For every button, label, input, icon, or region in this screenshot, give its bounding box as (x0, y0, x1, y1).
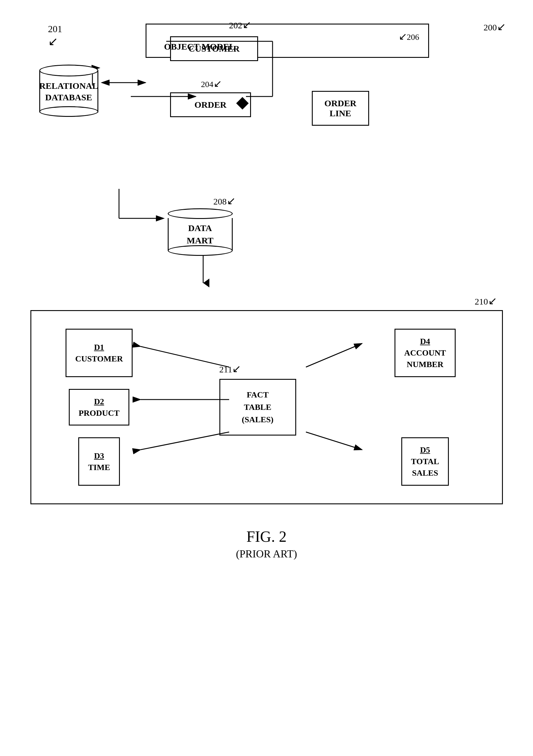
fact-line1: FACT (246, 390, 268, 399)
d5-box: D5 TOTAL SALES (401, 437, 449, 486)
figure-subcaption: (PRIOR ART) (30, 548, 503, 560)
dm-down-arrow-svg (203, 254, 321, 289)
d4-label: D4 (420, 336, 430, 347)
ref-210-label: 210↙ (30, 295, 503, 307)
fact-line3: (SALES) (242, 415, 273, 424)
db-line2: DATABASE (45, 93, 92, 102)
fact-table-box: FACT TABLE (SALES) (219, 379, 296, 436)
d2-text: PRODUCT (78, 407, 119, 419)
d1-text: CUSTOMER (75, 353, 123, 364)
middle-section: 208↙ DATA MART (73, 189, 533, 289)
object-model-box: 202↙ CUSTOMER 204↙ ORDER ORDER LINE (146, 24, 429, 58)
d4-container: D4 ACCOUNT NUMBER (372, 329, 478, 377)
cylinder-shape: RELATIONAL DATABASE (39, 59, 98, 118)
fact-line2: TABLE (244, 402, 271, 412)
order-line-line1: ORDER (324, 98, 356, 108)
figure-number: FIG. 2 (30, 528, 503, 545)
d4-line2: NUMBER (407, 359, 443, 370)
cylinder-text: RELATIONAL DATABASE (39, 80, 98, 103)
cylinder-body: RELATIONAL DATABASE (39, 71, 98, 112)
ref-201-label: 201 ↙ (48, 24, 62, 48)
d3-text: TIME (88, 462, 110, 473)
top-section: 201 ↙ RELATIONAL DATABASE 202↙ (30, 18, 503, 165)
fact-table-wrapper: 211↙ FACT TABLE (SALES) (219, 379, 296, 436)
data-mart-node: 208↙ DATA MART (168, 195, 233, 251)
d5-line1: TOTAL (411, 456, 439, 467)
ref-211-label: 211↙ (219, 363, 241, 375)
dm-cylinder: DATA MART (168, 208, 233, 251)
d5-container: D5 TOTAL SALES (372, 437, 478, 486)
dm-text: DATA MART (187, 222, 213, 247)
star-schema-box: D1 CUSTOMER D2 PRODUCT D3 TIME (30, 310, 503, 504)
diagram-container: 201 ↙ RELATIONAL DATABASE 202↙ (30, 18, 503, 560)
ref-204-label: 204↙ (201, 78, 222, 90)
d5-label: D5 (420, 444, 430, 456)
dm-body: DATA MART (168, 218, 233, 251)
d3-container: D3 TIME (55, 437, 144, 486)
d2-container: D2 PRODUCT (55, 389, 144, 425)
figure-caption: FIG. 2 (PRIOR ART) (30, 528, 503, 560)
d3-box: D3 TIME (78, 437, 120, 486)
d4-line1: ACCOUNT (404, 347, 446, 359)
dm-bottom (168, 245, 233, 256)
d3-label: D3 (94, 450, 104, 462)
ref-201-number: 201 (48, 24, 62, 34)
cylinder-top (39, 65, 98, 76)
relational-db-node: RELATIONAL DATABASE (39, 59, 98, 118)
object-model-label: OBJECT MODEL (164, 41, 235, 52)
order-line-box: ORDER LINE (312, 91, 369, 126)
ref-208-label: 208↙ (168, 195, 236, 207)
d2-box: D2 PRODUCT (69, 389, 129, 425)
d4-box: D4 ACCOUNT NUMBER (395, 329, 456, 377)
cylinder-bottom-ellipse (39, 106, 98, 117)
ref-200-label: 200↙ (484, 21, 506, 33)
d1-label: D1 (94, 341, 104, 353)
d5-line2: SALES (412, 467, 438, 479)
fact-container: 211↙ FACT TABLE (SALES) (144, 329, 372, 486)
order-label: ORDER (195, 100, 227, 109)
order-line-line2: LINE (329, 108, 351, 118)
d1-container: D1 CUSTOMER (55, 329, 144, 377)
star-layout: D1 CUSTOMER D2 PRODUCT D3 TIME (55, 329, 478, 486)
d2-label: D2 (94, 396, 104, 407)
ref-206-label: ↙206 (399, 30, 419, 42)
dm-top (168, 208, 233, 219)
d1-box: D1 CUSTOMER (66, 329, 132, 377)
db-line1: RELATIONAL (39, 81, 98, 91)
ref-202-label: 202↙ (229, 18, 251, 31)
